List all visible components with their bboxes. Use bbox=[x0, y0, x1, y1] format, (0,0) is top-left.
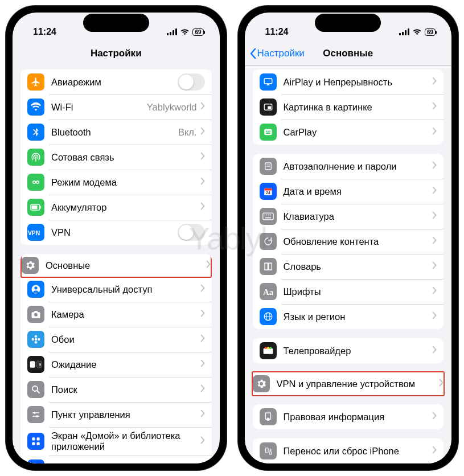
row-search[interactable]: Поиск bbox=[20, 377, 212, 402]
chevron-right-icon bbox=[432, 346, 437, 356]
svg-point-4 bbox=[33, 181, 36, 184]
chevron-right-icon bbox=[432, 412, 437, 422]
row-battery[interactable]: Аккумулятор bbox=[20, 195, 212, 220]
row-display[interactable]: Экран и яркость bbox=[20, 456, 212, 463]
chevron-right-icon bbox=[200, 334, 205, 344]
battery-indicator: 69 bbox=[425, 28, 436, 36]
pip-icon bbox=[260, 99, 277, 116]
row-airplane[interactable]: Авиарежим bbox=[20, 69, 212, 95]
svg-point-76 bbox=[269, 347, 272, 349]
chevron-right-icon bbox=[432, 211, 437, 221]
svg-rect-47 bbox=[408, 28, 409, 35]
chevron-right-icon bbox=[200, 359, 205, 370]
nav-title: Основные bbox=[323, 48, 373, 59]
row-label: Режим модема bbox=[51, 177, 200, 188]
back-button[interactable]: Настройки bbox=[249, 41, 305, 65]
row-label: Основные bbox=[46, 260, 206, 271]
key-icon bbox=[260, 158, 277, 175]
row-wifi[interactable]: Wi-FiYablykworld bbox=[20, 95, 212, 120]
chevron-right-icon bbox=[200, 202, 205, 212]
row-label: Wi-Fi bbox=[51, 102, 147, 113]
row-label: Автозаполнение и пароли bbox=[284, 161, 433, 172]
svg-rect-18 bbox=[30, 361, 35, 368]
cert-icon bbox=[260, 408, 277, 425]
chevron-right-icon bbox=[200, 127, 205, 137]
svg-rect-45 bbox=[402, 32, 404, 35]
chevron-right-icon bbox=[200, 409, 205, 420]
nav-bar: Настройки Основные bbox=[245, 41, 452, 66]
chevron-right-icon bbox=[432, 261, 437, 272]
svg-rect-65 bbox=[268, 215, 269, 216]
row-cellular[interactable]: Сотовая связь bbox=[20, 145, 212, 170]
row-home[interactable]: Экран «Домой» и библиотека приложений bbox=[20, 427, 212, 456]
chevron-right-icon bbox=[432, 186, 437, 196]
row-label: Телепровайдер bbox=[284, 346, 433, 356]
chevron-right-icon bbox=[200, 436, 205, 446]
battery-icon bbox=[27, 199, 44, 216]
row-label: VPN bbox=[51, 227, 178, 238]
row-autofill[interactable]: Автозаполнение и пароли bbox=[253, 154, 444, 179]
status-time: 11:24 bbox=[33, 27, 56, 37]
row-accessibility[interactable]: Универсальный доступ bbox=[20, 277, 212, 302]
row-carplay[interactable]: CarPlay bbox=[253, 120, 444, 145]
row-general[interactable]: Основные bbox=[20, 254, 212, 278]
flower-icon bbox=[27, 331, 44, 348]
row-label: Обои bbox=[51, 334, 200, 345]
chevron-right-icon bbox=[432, 236, 437, 247]
row-keyboard[interactable]: Клавиатура bbox=[253, 204, 444, 229]
row-label: Правовая информация bbox=[284, 412, 433, 422]
carplay-icon bbox=[260, 124, 277, 141]
row-datetime[interactable]: 24Дата и время bbox=[253, 179, 444, 204]
row-wallpaper[interactable]: Обои bbox=[20, 327, 212, 352]
row-bgrefresh[interactable]: Обновление контента bbox=[253, 229, 444, 254]
row-label: AirPlay и Непрерывность bbox=[284, 77, 433, 88]
row-label: CarPlay bbox=[284, 127, 433, 138]
row-language[interactable]: Язык и регион bbox=[253, 304, 444, 329]
row-bluetooth[interactable]: BluetoothВкл. bbox=[20, 120, 212, 145]
svg-point-53 bbox=[267, 130, 268, 132]
toggle-switch[interactable] bbox=[178, 224, 205, 241]
svg-rect-48 bbox=[264, 79, 272, 84]
svg-point-52 bbox=[265, 130, 266, 132]
row-transfer[interactable]: Перенос или сброс iPhone bbox=[253, 438, 444, 463]
svg-rect-28 bbox=[37, 437, 40, 440]
toggle-switch[interactable] bbox=[178, 73, 205, 91]
chevron-right-icon bbox=[200, 384, 205, 395]
svg-rect-63 bbox=[264, 215, 265, 216]
row-camera[interactable]: Камера bbox=[20, 302, 212, 327]
chevron-right-icon bbox=[206, 260, 211, 270]
chevron-right-icon bbox=[200, 177, 205, 187]
svg-point-74 bbox=[264, 347, 266, 349]
cellular-icon bbox=[167, 28, 177, 35]
row-fonts[interactable]: AaШрифты bbox=[253, 279, 444, 304]
status-time: 11:24 bbox=[265, 27, 289, 37]
svg-rect-73 bbox=[263, 348, 273, 354]
book-icon bbox=[260, 258, 277, 275]
person-icon bbox=[27, 281, 44, 298]
row-airplay[interactable]: AirPlay и Непрерывность bbox=[253, 69, 444, 95]
svg-point-12 bbox=[34, 313, 38, 317]
nav-title: Настройки bbox=[91, 48, 142, 59]
svg-point-14 bbox=[35, 335, 38, 338]
vpn-icon: VPN bbox=[27, 224, 44, 241]
calendar-icon: 24 bbox=[260, 183, 277, 200]
row-legal[interactable]: Правовая информация bbox=[253, 404, 444, 429]
row-vpn-device[interactable]: VPN и управление устройством bbox=[252, 371, 445, 396]
row-tvprovider[interactable]: Телепровайдер bbox=[253, 338, 444, 363]
svg-text:24: 24 bbox=[266, 191, 270, 195]
row-dictionary[interactable]: Словарь bbox=[253, 254, 444, 279]
chevron-right-icon bbox=[432, 446, 437, 456]
row-vpn[interactable]: VPNVPN bbox=[20, 220, 212, 245]
settings-list: АвиарежимWi-FiYablykworldBluetoothВкл.Со… bbox=[13, 66, 220, 463]
row-standby[interactable]: 9Ожидание bbox=[20, 352, 212, 377]
row-control[interactable]: Пункт управления bbox=[20, 402, 212, 427]
airplane-icon bbox=[27, 73, 44, 91]
svg-rect-51 bbox=[264, 129, 272, 136]
row-label: Словарь bbox=[284, 261, 433, 272]
svg-rect-55 bbox=[266, 133, 270, 134]
row-label: Поиск bbox=[51, 384, 200, 395]
reset-icon bbox=[260, 442, 277, 459]
row-hotspot[interactable]: Режим модема bbox=[20, 170, 212, 195]
row-pip[interactable]: Картинка в картинке bbox=[253, 95, 444, 120]
chevron-left-icon bbox=[249, 48, 256, 59]
